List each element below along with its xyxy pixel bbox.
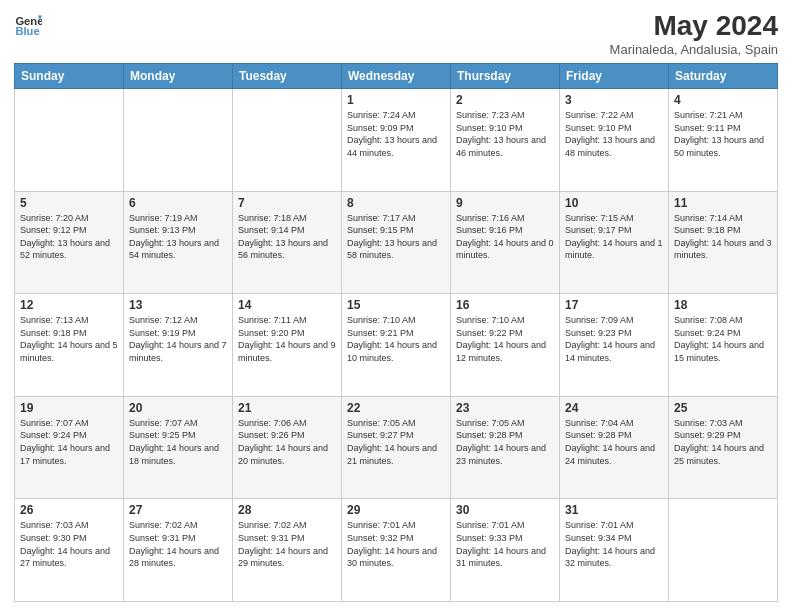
calendar-cell-3-5: 16Sunrise: 7:10 AMSunset: 9:22 PMDayligh… [451,294,560,397]
day-info: Sunrise: 7:18 AMSunset: 9:14 PMDaylight:… [238,212,336,262]
day-number: 25 [674,401,772,415]
calendar-cell-1-3 [233,89,342,192]
day-number: 16 [456,298,554,312]
calendar-week-4: 19Sunrise: 7:07 AMSunset: 9:24 PMDayligh… [15,396,778,499]
day-info: Sunrise: 7:20 AMSunset: 9:12 PMDaylight:… [20,212,118,262]
logo: General Blue [14,10,42,38]
day-number: 26 [20,503,118,517]
calendar-week-1: 1Sunrise: 7:24 AMSunset: 9:09 PMDaylight… [15,89,778,192]
day-info: Sunrise: 7:07 AMSunset: 9:25 PMDaylight:… [129,417,227,467]
day-number: 13 [129,298,227,312]
day-number: 15 [347,298,445,312]
day-info: Sunrise: 7:02 AMSunset: 9:31 PMDaylight:… [129,519,227,569]
logo-icon: General Blue [14,10,42,38]
calendar-cell-5-4: 29Sunrise: 7:01 AMSunset: 9:32 PMDayligh… [342,499,451,602]
svg-text:Blue: Blue [15,25,39,37]
calendar-week-3: 12Sunrise: 7:13 AMSunset: 9:18 PMDayligh… [15,294,778,397]
day-number: 10 [565,196,663,210]
calendar-cell-2-6: 10Sunrise: 7:15 AMSunset: 9:17 PMDayligh… [560,191,669,294]
calendar-cell-2-1: 5Sunrise: 7:20 AMSunset: 9:12 PMDaylight… [15,191,124,294]
day-number: 1 [347,93,445,107]
calendar-cell-4-4: 22Sunrise: 7:05 AMSunset: 9:27 PMDayligh… [342,396,451,499]
calendar-cell-2-4: 8Sunrise: 7:17 AMSunset: 9:15 PMDaylight… [342,191,451,294]
calendar-cell-1-7: 4Sunrise: 7:21 AMSunset: 9:11 PMDaylight… [669,89,778,192]
calendar-cell-3-1: 12Sunrise: 7:13 AMSunset: 9:18 PMDayligh… [15,294,124,397]
day-number: 12 [20,298,118,312]
calendar-title: May 2024 [610,10,778,42]
calendar-cell-5-1: 26Sunrise: 7:03 AMSunset: 9:30 PMDayligh… [15,499,124,602]
day-info: Sunrise: 7:03 AMSunset: 9:30 PMDaylight:… [20,519,118,569]
calendar-cell-4-7: 25Sunrise: 7:03 AMSunset: 9:29 PMDayligh… [669,396,778,499]
calendar-table: Sunday Monday Tuesday Wednesday Thursday… [14,63,778,602]
calendar-subtitle: Marinaleda, Andalusia, Spain [610,42,778,57]
day-number: 30 [456,503,554,517]
page: General Blue May 2024 Marinaleda, Andalu… [0,0,792,612]
day-number: 19 [20,401,118,415]
calendar-cell-5-7 [669,499,778,602]
header-wednesday: Wednesday [342,64,451,89]
calendar-cell-3-6: 17Sunrise: 7:09 AMSunset: 9:23 PMDayligh… [560,294,669,397]
calendar-cell-4-6: 24Sunrise: 7:04 AMSunset: 9:28 PMDayligh… [560,396,669,499]
day-info: Sunrise: 7:01 AMSunset: 9:33 PMDaylight:… [456,519,554,569]
header: General Blue May 2024 Marinaleda, Andalu… [14,10,778,57]
day-number: 3 [565,93,663,107]
calendar-cell-4-2: 20Sunrise: 7:07 AMSunset: 9:25 PMDayligh… [124,396,233,499]
day-info: Sunrise: 7:12 AMSunset: 9:19 PMDaylight:… [129,314,227,364]
day-number: 23 [456,401,554,415]
header-thursday: Thursday [451,64,560,89]
calendar-cell-5-3: 28Sunrise: 7:02 AMSunset: 9:31 PMDayligh… [233,499,342,602]
day-number: 5 [20,196,118,210]
calendar-cell-2-5: 9Sunrise: 7:16 AMSunset: 9:16 PMDaylight… [451,191,560,294]
day-info: Sunrise: 7:13 AMSunset: 9:18 PMDaylight:… [20,314,118,364]
day-info: Sunrise: 7:24 AMSunset: 9:09 PMDaylight:… [347,109,445,159]
day-number: 21 [238,401,336,415]
calendar-cell-2-3: 7Sunrise: 7:18 AMSunset: 9:14 PMDaylight… [233,191,342,294]
calendar-cell-1-6: 3Sunrise: 7:22 AMSunset: 9:10 PMDaylight… [560,89,669,192]
day-number: 28 [238,503,336,517]
day-info: Sunrise: 7:05 AMSunset: 9:28 PMDaylight:… [456,417,554,467]
day-number: 6 [129,196,227,210]
day-number: 11 [674,196,772,210]
day-info: Sunrise: 7:06 AMSunset: 9:26 PMDaylight:… [238,417,336,467]
calendar-week-2: 5Sunrise: 7:20 AMSunset: 9:12 PMDaylight… [15,191,778,294]
day-info: Sunrise: 7:02 AMSunset: 9:31 PMDaylight:… [238,519,336,569]
title-block: May 2024 Marinaleda, Andalusia, Spain [610,10,778,57]
day-info: Sunrise: 7:23 AMSunset: 9:10 PMDaylight:… [456,109,554,159]
day-number: 29 [347,503,445,517]
calendar-cell-5-6: 31Sunrise: 7:01 AMSunset: 9:34 PMDayligh… [560,499,669,602]
calendar-week-5: 26Sunrise: 7:03 AMSunset: 9:30 PMDayligh… [15,499,778,602]
day-number: 18 [674,298,772,312]
calendar-cell-4-5: 23Sunrise: 7:05 AMSunset: 9:28 PMDayligh… [451,396,560,499]
day-info: Sunrise: 7:14 AMSunset: 9:18 PMDaylight:… [674,212,772,262]
calendar-body: 1Sunrise: 7:24 AMSunset: 9:09 PMDaylight… [15,89,778,602]
header-friday: Friday [560,64,669,89]
day-info: Sunrise: 7:22 AMSunset: 9:10 PMDaylight:… [565,109,663,159]
header-monday: Monday [124,64,233,89]
day-info: Sunrise: 7:04 AMSunset: 9:28 PMDaylight:… [565,417,663,467]
day-number: 7 [238,196,336,210]
calendar-cell-5-5: 30Sunrise: 7:01 AMSunset: 9:33 PMDayligh… [451,499,560,602]
day-info: Sunrise: 7:07 AMSunset: 9:24 PMDaylight:… [20,417,118,467]
day-info: Sunrise: 7:01 AMSunset: 9:32 PMDaylight:… [347,519,445,569]
day-info: Sunrise: 7:03 AMSunset: 9:29 PMDaylight:… [674,417,772,467]
day-info: Sunrise: 7:08 AMSunset: 9:24 PMDaylight:… [674,314,772,364]
day-number: 2 [456,93,554,107]
header-tuesday: Tuesday [233,64,342,89]
day-number: 24 [565,401,663,415]
weekday-header-row: Sunday Monday Tuesday Wednesday Thursday… [15,64,778,89]
day-number: 17 [565,298,663,312]
day-info: Sunrise: 7:11 AMSunset: 9:20 PMDaylight:… [238,314,336,364]
day-number: 31 [565,503,663,517]
day-number: 14 [238,298,336,312]
day-info: Sunrise: 7:05 AMSunset: 9:27 PMDaylight:… [347,417,445,467]
day-number: 20 [129,401,227,415]
day-info: Sunrise: 7:01 AMSunset: 9:34 PMDaylight:… [565,519,663,569]
calendar-cell-4-3: 21Sunrise: 7:06 AMSunset: 9:26 PMDayligh… [233,396,342,499]
day-info: Sunrise: 7:15 AMSunset: 9:17 PMDaylight:… [565,212,663,262]
calendar-cell-3-2: 13Sunrise: 7:12 AMSunset: 9:19 PMDayligh… [124,294,233,397]
calendar-cell-3-7: 18Sunrise: 7:08 AMSunset: 9:24 PMDayligh… [669,294,778,397]
header-sunday: Sunday [15,64,124,89]
day-info: Sunrise: 7:16 AMSunset: 9:16 PMDaylight:… [456,212,554,262]
calendar-cell-1-1 [15,89,124,192]
calendar-cell-2-2: 6Sunrise: 7:19 AMSunset: 9:13 PMDaylight… [124,191,233,294]
